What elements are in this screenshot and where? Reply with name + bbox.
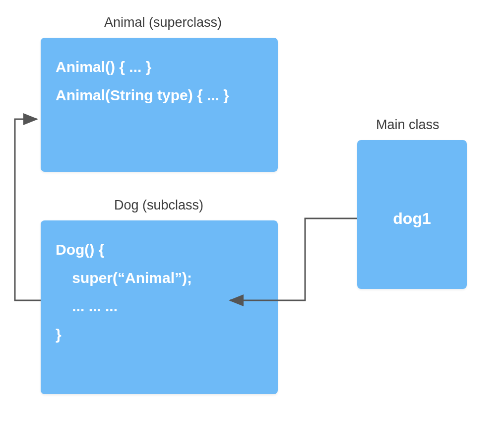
dog-ellipsis: ... ... ... <box>41 292 278 320</box>
main-class-box: dog1 <box>357 140 467 289</box>
animal-constructor-noarg: Animal() { ... } <box>41 53 278 81</box>
animal-class-box: Animal() { ... } Animal(String type) { .… <box>41 38 278 172</box>
dog-class-box: Dog() { super(“Animal”); ... ... ... } <box>41 220 278 394</box>
dog-constructor-open: Dog() { <box>41 235 278 264</box>
dog-super-call: super(“Animal”); <box>41 264 278 292</box>
animal-superclass-label: Animal (superclass) <box>104 15 222 30</box>
main-class-label: Main class <box>376 117 440 133</box>
arrow-super-to-animal-constructor <box>15 119 41 300</box>
animal-constructor-string: Animal(String type) { ... } <box>41 81 278 109</box>
dog1-instance: dog1 <box>393 140 431 228</box>
dog-subclass-label: Dog (subclass) <box>114 198 203 213</box>
dog-constructor-close: } <box>41 320 278 349</box>
